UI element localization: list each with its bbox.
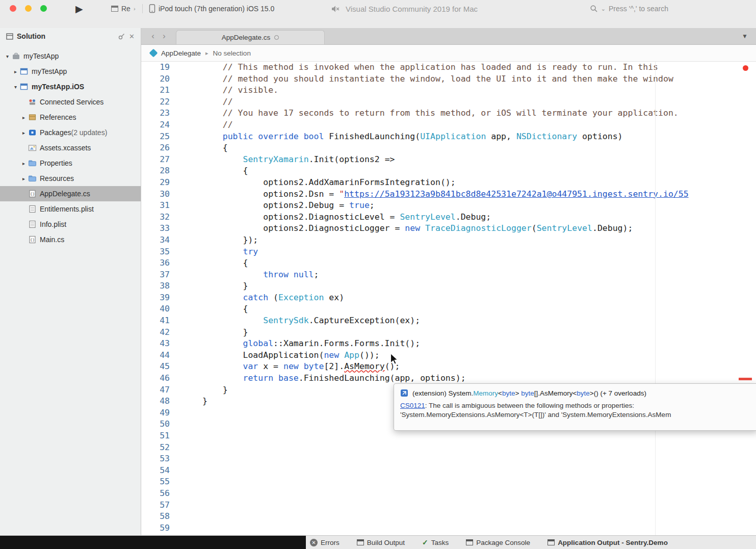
code-line[interactable]: 34 }); [141,234,756,246]
line-number[interactable]: 40 [141,303,178,315]
code-line[interactable]: 28 { [141,165,756,177]
line-number[interactable]: 59 [141,522,178,534]
code-line[interactable]: 36 { [141,257,756,269]
line-number[interactable]: 58 [141,511,178,522]
line-number[interactable]: 44 [141,350,178,361]
line-number[interactable]: 50 [141,419,178,430]
code-line[interactable]: 25 public override bool FinishedLaunchin… [141,131,756,143]
tree-item-main-cs[interactable]: {} Main.cs [0,232,141,247]
code-line[interactable]: 46 return base.FinishedLaunching(app, op… [141,373,756,384]
code-line[interactable]: 52 [141,442,756,454]
error-code-link[interactable]: CS0121 [400,402,425,409]
build-config-dropdown[interactable]: Re › [111,3,136,14]
tree-item-solution-mytestapp[interactable]: ▾ myTestApp [0,48,141,64]
code-line[interactable]: 23 // You have 17 seconds to return from… [141,108,756,119]
line-number[interactable]: 56 [141,488,178,500]
code-line[interactable]: 21 // visible. [141,85,756,96]
tree-item-references[interactable]: ▸ References [0,110,141,125]
code-line[interactable]: 27 SentryXamarin.Init(options2 => [141,154,756,166]
navigate-back-button[interactable]: ‹ [151,31,154,41]
code-line[interactable]: 57 [141,500,756,511]
code-line[interactable]: 45 var x = new byte[2].AsMemory(); [141,361,756,373]
code-line[interactable]: 37 throw null; [141,269,756,281]
code-line[interactable]: 39 catch (Exception ex) [141,292,756,304]
disclosure-closed-icon[interactable]: ▸ [19,130,28,136]
line-number[interactable]: 51 [141,430,178,442]
disclosure-open-icon[interactable]: ▾ [3,54,12,59]
tab-appdelegate-cs[interactable]: AppDelegate.cs [176,30,325,44]
traffic-light-minimize-button[interactable] [25,5,32,12]
breadcrumb-member[interactable]: No selection [213,49,251,57]
code-line[interactable]: 40 { [141,303,756,315]
line-number[interactable]: 43 [141,338,178,350]
line-number[interactable]: 32 [141,212,178,223]
code-line[interactable]: 58 [141,511,756,522]
disclosure-closed-icon[interactable]: ▸ [19,176,28,181]
line-number[interactable]: 49 [141,407,178,419]
line-number[interactable]: 53 [141,453,178,465]
code-line[interactable]: 44 LoadApplication(new App()); [141,350,756,361]
pad-button-application-output[interactable]: Application Output - Sentry.Demo [548,539,668,546]
line-number[interactable]: 42 [141,327,178,338]
code-line[interactable]: 53 [141,453,756,465]
code-line[interactable]: 32 options2.DiagnosticLevel = SentryLeve… [141,212,756,223]
line-number[interactable]: 45 [141,361,178,373]
search-field[interactable]: ⌄ Press '^,' to search [590,3,668,14]
code-line[interactable]: 38 } [141,280,756,292]
code-line[interactable]: 55 [141,476,756,488]
line-number[interactable]: 31 [141,200,178,212]
line-number[interactable]: 33 [141,223,178,234]
pad-button-build-output[interactable]: Build Output [357,539,405,546]
line-number[interactable]: 48 [141,396,178,407]
tab-list-dropdown[interactable]: ▼ [742,33,756,40]
close-pad-button[interactable]: ✕ [129,33,135,40]
line-number[interactable]: 24 [141,119,178,131]
pad-button-errors[interactable]: ✕ Errors [310,539,340,546]
code-line[interactable]: 24 // [141,119,756,131]
disclosure-closed-icon[interactable]: ▸ [11,69,20,74]
tree-item-appdelegate-cs[interactable]: {} AppDelegate.cs [0,186,141,201]
device-selector[interactable]: iPod touch (7th generation) iOS 15.0 [149,3,274,14]
line-number[interactable]: 36 [141,257,178,269]
line-number[interactable]: 38 [141,280,178,292]
pad-button-tasks[interactable]: ✓ Tasks [422,538,449,546]
code-line[interactable]: 43 global::Xamarin.Forms.Forms.Init(); [141,338,756,350]
line-number[interactable]: 57 [141,500,178,511]
code-line[interactable]: 20 // method you should instantiate the … [141,73,756,85]
line-number[interactable]: 28 [141,165,178,177]
code-line[interactable]: 42 } [141,327,756,338]
navigate-forward-button[interactable]: › [163,31,166,41]
tree-item-entitlements-plist[interactable]: Entitlements.plist [0,201,141,217]
traffic-light-zoom-button[interactable] [40,5,47,12]
line-number[interactable]: 23 [141,108,178,119]
pad-button-package-console[interactable]: Package Console [466,539,530,546]
line-number[interactable]: 52 [141,442,178,454]
run-button[interactable]: ▶ [75,3,83,14]
line-number[interactable]: 41 [141,315,178,327]
tree-item-properties[interactable]: ▸ Properties [0,155,141,171]
line-number[interactable]: 35 [141,246,178,258]
code-line[interactable]: 33 options2.DiagnosticLogger = new Trace… [141,223,756,234]
line-number[interactable]: 46 [141,373,178,384]
code-line[interactable]: 31 options2.Debug = true; [141,200,756,212]
code-line[interactable]: 56 [141,488,756,500]
line-number[interactable]: 54 [141,465,178,477]
disclosure-open-icon[interactable]: ▾ [11,84,20,90]
tree-item-project-mytestapp[interactable]: ▸ myTestApp [0,64,141,79]
line-number[interactable]: 26 [141,142,178,154]
code-line[interactable]: 19 // This method is invoked when the ap… [141,62,756,73]
line-number[interactable]: 21 [141,85,178,96]
code-line[interactable]: 22 // [141,96,756,108]
tree-item-resources[interactable]: ▸ Resources [0,171,141,186]
tree-item-packages[interactable]: ▸ Packages (2 updates) [0,125,141,140]
line-number[interactable]: 29 [141,177,178,189]
code-line[interactable]: 41 SentrySdk.CaptureException(ex); [141,315,756,327]
tree-item-connected-services[interactable]: Connected Services [0,94,141,110]
code-line[interactable]: 51 [141,430,756,442]
line-number[interactable]: 30 [141,189,178,200]
line-number[interactable]: 27 [141,154,178,166]
line-number[interactable]: 25 [141,131,178,143]
line-number[interactable]: 37 [141,269,178,281]
line-number[interactable]: 55 [141,476,178,488]
tree-item-info-plist[interactable]: Info.plist [0,217,141,232]
